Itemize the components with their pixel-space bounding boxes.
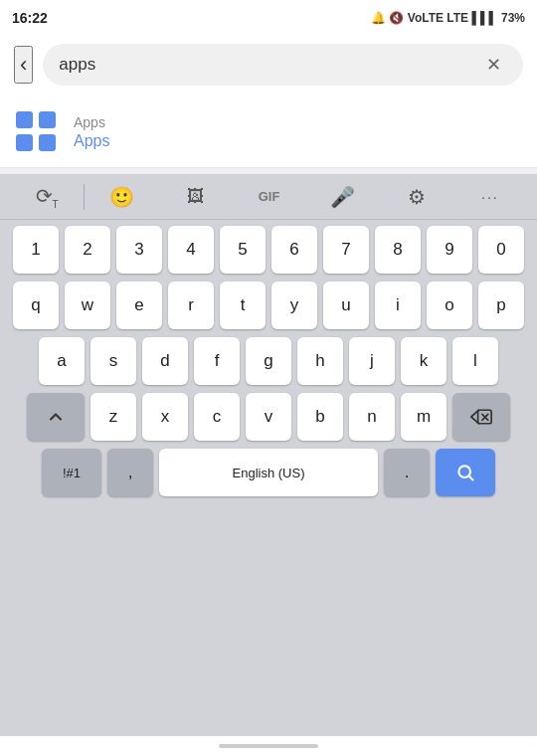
key-x[interactable]: x	[142, 393, 188, 441]
keyboard: 1 2 3 4 5 6 7 8 9 0 q w e r t y u i o p …	[0, 220, 537, 736]
emoji-icon: 🙂	[109, 185, 134, 209]
toolbar-settings-btn[interactable]: ⚙	[380, 174, 453, 220]
icon-dot-2	[39, 111, 56, 128]
search-bar: ‹ ✕	[0, 36, 537, 97]
row-asdf: a s d f g h j k l	[4, 337, 533, 385]
translate-icon: ⟳T	[36, 184, 59, 210]
clear-button[interactable]: ✕	[480, 52, 507, 78]
key-p[interactable]: p	[478, 282, 524, 329]
icon-dot-4	[39, 134, 56, 151]
comma-key[interactable]: ,	[107, 449, 153, 496]
key-8[interactable]: 8	[375, 226, 421, 274]
key-c[interactable]: c	[194, 393, 240, 441]
settings-icon: ⚙	[408, 185, 426, 209]
result-name[interactable]: Apps	[74, 132, 109, 150]
toolbar-mic-btn[interactable]: 🎤	[306, 174, 380, 220]
sticker-icon: 🖼	[187, 187, 204, 207]
icon-dot-1	[16, 111, 33, 128]
battery-text: 73%	[501, 11, 525, 25]
toolbar-gif-btn[interactable]: GIF	[232, 174, 305, 220]
key-y[interactable]: y	[271, 282, 317, 329]
home-indicator	[219, 744, 318, 748]
shift-key[interactable]	[27, 393, 85, 441]
status-icons: 🔔 🔇 VoLTE LTE ▌▌▌ 73%	[371, 11, 525, 25]
number-row: 1 2 3 4 5 6 7 8 9 0	[4, 226, 533, 274]
status-icons-misc: 🔔 🔇 VoLTE LTE ▌▌▌	[371, 11, 497, 25]
key-l[interactable]: l	[452, 337, 498, 385]
toolbar-translate-btn[interactable]: ⟳T	[10, 174, 84, 220]
key-3[interactable]: 3	[116, 226, 162, 274]
key-t[interactable]: t	[220, 282, 266, 329]
backspace-key[interactable]	[452, 393, 510, 441]
key-f[interactable]: f	[194, 337, 240, 385]
search-input[interactable]	[59, 55, 472, 75]
key-e[interactable]: e	[116, 282, 162, 329]
svg-line-4	[469, 476, 473, 480]
status-bar: 16:22 🔔 🔇 VoLTE LTE ▌▌▌ 73%	[0, 0, 537, 36]
search-input-container: ✕	[43, 44, 523, 86]
app-icon	[16, 111, 58, 153]
key-m[interactable]: m	[401, 393, 447, 441]
key-5[interactable]: 5	[220, 226, 266, 274]
key-w[interactable]: w	[65, 282, 110, 329]
key-i[interactable]: i	[375, 282, 421, 329]
row-bottom: !#1 , English (US) .	[4, 449, 533, 496]
numbers-key[interactable]: !#1	[42, 449, 101, 496]
key-h[interactable]: h	[297, 337, 343, 385]
key-7[interactable]: 7	[323, 226, 369, 274]
result-text-block: Apps Apps	[74, 114, 109, 150]
key-u[interactable]: u	[323, 282, 369, 329]
key-0[interactable]: 0	[478, 226, 524, 274]
period-key[interactable]: .	[384, 449, 430, 496]
toolbar-more-btn[interactable]: ···	[453, 174, 527, 220]
key-9[interactable]: 9	[427, 226, 472, 274]
key-6[interactable]: 6	[271, 226, 317, 274]
row-zxcv: z x c v b n m	[4, 393, 533, 441]
key-1[interactable]: 1	[13, 226, 59, 274]
time: 16:22	[12, 10, 48, 26]
key-a[interactable]: a	[39, 337, 85, 385]
key-d[interactable]: d	[142, 337, 188, 385]
key-o[interactable]: o	[427, 282, 472, 329]
search-key[interactable]	[436, 449, 495, 496]
more-icon: ···	[481, 189, 499, 205]
back-button[interactable]: ‹	[14, 46, 33, 84]
gif-icon: GIF	[259, 189, 280, 204]
key-b[interactable]: b	[297, 393, 343, 441]
key-4[interactable]: 4	[168, 226, 214, 274]
key-z[interactable]: z	[90, 393, 136, 441]
key-v[interactable]: v	[246, 393, 291, 441]
row-qwerty: q w e r t y u i o p	[4, 282, 533, 329]
toolbar-sticker-btn[interactable]: 🖼	[158, 174, 232, 220]
key-r[interactable]: r	[168, 282, 214, 329]
key-s[interactable]: s	[90, 337, 136, 385]
bottom-bar	[0, 736, 537, 756]
key-n[interactable]: n	[349, 393, 395, 441]
mic-icon: 🎤	[330, 185, 355, 209]
result-category: Apps	[74, 114, 109, 130]
icon-dot-3	[16, 134, 33, 151]
key-2[interactable]: 2	[65, 226, 110, 274]
space-key[interactable]: English (US)	[159, 449, 378, 496]
search-result[interactable]: Apps Apps	[0, 97, 537, 168]
keyboard-toolbar: ⟳T 🙂 🖼 GIF 🎤 ⚙ ···	[0, 174, 537, 220]
key-j[interactable]: j	[349, 337, 395, 385]
key-q[interactable]: q	[13, 282, 59, 329]
key-k[interactable]: k	[401, 337, 447, 385]
toolbar-emoji-btn[interactable]: 🙂	[85, 174, 158, 220]
key-g[interactable]: g	[246, 337, 291, 385]
